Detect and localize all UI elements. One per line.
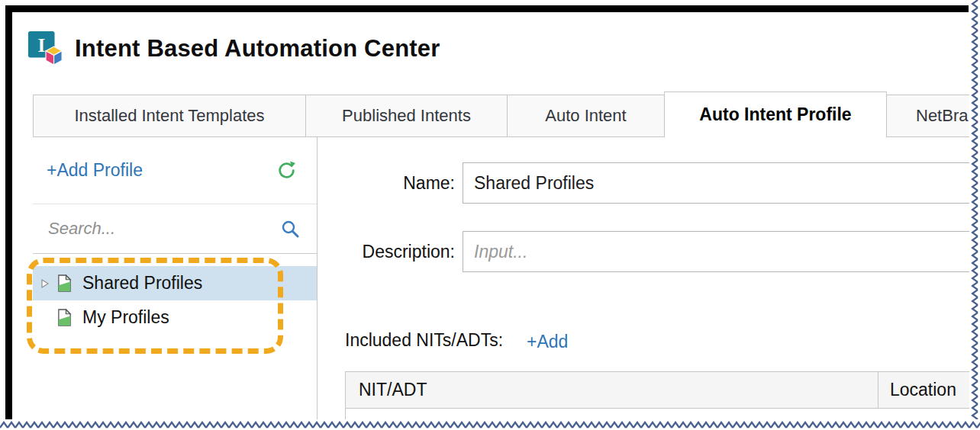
profile-file-icon xyxy=(56,274,73,292)
column-header-location: Location xyxy=(878,372,969,408)
sidebar-toolbar: +Add Profile xyxy=(33,137,317,204)
tab-netbrain-truncated[interactable]: NetBra xyxy=(886,95,980,137)
description-label: Description: xyxy=(321,242,455,262)
torn-edge-bottom xyxy=(0,419,980,430)
name-label: Name: xyxy=(321,173,455,194)
sidebar-search xyxy=(33,204,317,254)
add-profile-button[interactable]: +Add Profile xyxy=(47,160,143,181)
svg-text:I: I xyxy=(37,35,45,56)
search-input[interactable] xyxy=(47,218,280,239)
expand-arrow-icon[interactable] xyxy=(40,279,50,288)
tree-item-label: My Profiles xyxy=(82,307,169,328)
add-nit-adt-button[interactable]: +Add xyxy=(527,332,568,352)
frame-border-left xyxy=(5,5,12,421)
table-header-row: NIT/ADT Location xyxy=(346,372,969,409)
tree-item-label: Shared Profiles xyxy=(82,273,202,294)
torn-edge-right xyxy=(969,0,980,430)
tree-item-shared-profiles[interactable]: Shared Profiles xyxy=(33,266,317,300)
tab-bar: Installed Intent Templates Published Int… xyxy=(33,95,980,137)
column-header-nit-adt: NIT/ADT xyxy=(346,372,878,408)
tab-installed-intent-templates[interactable]: Installed Intent Templates xyxy=(33,95,306,137)
screenshot-window: I Intent Based Automation Center Install… xyxy=(0,0,980,430)
tab-published-intents[interactable]: Published Intents xyxy=(305,95,508,137)
tab-auto-intent[interactable]: Auto Intent xyxy=(507,95,665,137)
profile-tree: Shared Profiles My Profiles xyxy=(33,254,317,335)
name-input[interactable] xyxy=(463,162,971,204)
refresh-icon[interactable] xyxy=(276,160,297,181)
profile-sidebar: +Add Profile S xyxy=(33,137,318,421)
search-icon[interactable] xyxy=(280,219,300,239)
page-title: Intent Based Automation Center xyxy=(75,35,440,63)
tree-item-my-profiles[interactable]: My Profiles xyxy=(33,300,317,335)
description-input[interactable] xyxy=(463,231,971,272)
frame-border-top xyxy=(5,5,969,12)
profile-file-icon xyxy=(56,309,73,326)
tab-auto-intent-profile[interactable]: Auto Intent Profile xyxy=(664,91,887,137)
netbrain-cube-logo: I xyxy=(27,29,64,66)
included-nits-adts-label: Included NITs/ADTs: xyxy=(345,330,503,351)
